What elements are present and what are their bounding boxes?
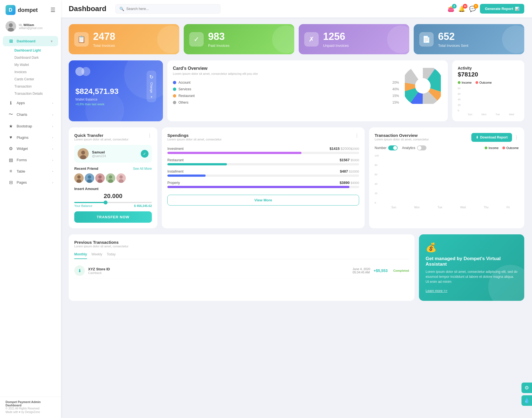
quick-transfer-title: Quick Transfer xyxy=(74,133,129,138)
sidebar-item-forms[interactable]: ▤ Forms › xyxy=(3,155,58,165)
income-dot-tov xyxy=(485,147,487,149)
spendings-desc: Lorem ipsum dolor sit amet, consectetur xyxy=(167,138,222,141)
pt-tab-today[interactable]: Today xyxy=(107,252,116,259)
wallet-icon-btn[interactable]: 👛 2 xyxy=(447,6,454,12)
logo-text: dompet xyxy=(18,7,38,13)
qt-person-avatar xyxy=(78,148,89,159)
download-report-button[interactable]: ⬇ Download Report xyxy=(471,133,512,142)
qt-person-handle: @sam224 xyxy=(92,154,106,158)
sidebar-sub-item-light[interactable]: Dashboard Light xyxy=(14,47,61,54)
sidebar-item-pages[interactable]: ⊟ Pages › xyxy=(3,177,58,188)
sidebar-item-apps[interactable]: ℹ Apps › xyxy=(3,98,58,108)
sidebar-logo: D dompet ☰ xyxy=(0,0,61,18)
chevron-right-icon-4: › xyxy=(52,136,53,139)
bar-chart-icon: 📊 xyxy=(515,7,519,11)
quick-transfer-more-icon[interactable]: ⋮ xyxy=(147,133,152,138)
view-more-button[interactable]: View More xyxy=(167,195,359,206)
sidebar-sub-item-invoices[interactable]: Invoices xyxy=(14,68,61,76)
friend-avatar-2[interactable] xyxy=(85,173,94,183)
stat-card-total-invoices: 📋 2478 Total Invoices xyxy=(69,24,179,54)
paid-invoices-label: Paid Invoices xyxy=(208,43,229,48)
sidebar-item-table[interactable]: ≡ Table › xyxy=(3,166,58,176)
friend-avatar-5[interactable] xyxy=(116,173,126,183)
account-dot xyxy=(173,81,176,84)
theme-float-button[interactable]: 💧 xyxy=(521,395,532,406)
transfer-now-button[interactable]: TRANSFER NOW xyxy=(74,211,152,223)
qt-recent-label: Recent Friend xyxy=(74,166,98,171)
qt-slider[interactable] xyxy=(74,202,152,203)
chevron-right-icon-2: › xyxy=(52,113,53,116)
overview-row-account: Account 20% xyxy=(173,79,399,86)
va-title: Get managed by Dompet's Virtual Assistan… xyxy=(426,256,518,267)
sidebar-sub-item-wallet[interactable]: My Wallet xyxy=(14,61,61,68)
va-learn-more-link[interactable]: Learn more >> xyxy=(426,289,447,293)
friend-avatar-1[interactable] xyxy=(74,173,84,183)
others-dot xyxy=(173,101,176,104)
copyright: © 2021 All Rights Reserved xyxy=(6,407,55,410)
pt-item-date: June 4, 2020 05:34:45 AM xyxy=(353,267,370,274)
pt-tab-weekly[interactable]: Weekly xyxy=(91,252,102,259)
svg-point-12 xyxy=(77,175,81,179)
middle-row: $824,571.93 Wallet Balance +0,8% than la… xyxy=(69,60,524,121)
outcome-dot-tov xyxy=(502,147,505,149)
sidebar-item-plugins[interactable]: ♥ Plugins › xyxy=(3,132,58,142)
sp-vals-installment: $487 $10000 xyxy=(340,169,359,173)
sp-label-property: Property xyxy=(167,181,180,185)
friend-avatar-3[interactable] xyxy=(95,173,105,183)
table-icon: ≡ xyxy=(8,169,14,174)
sidebar-sub-item-transaction-details[interactable]: Transaction Details xyxy=(14,90,61,97)
sp-vals-restaurant: $1567 $5000 xyxy=(340,158,359,162)
sidebar-user: Hi, William william@gmail.com xyxy=(0,18,61,35)
qt-insert-label: Insert Amount xyxy=(74,187,152,191)
qt-balance-label: Your Balance xyxy=(74,204,92,207)
sidebar-item-label-apps: Apps xyxy=(17,101,25,105)
pie-chart-svg xyxy=(405,68,441,104)
number-toggle-switch[interactable] xyxy=(388,145,398,150)
sidebar-sub-item-cards[interactable]: Cards Center xyxy=(14,76,61,83)
spendings-title: Spendings xyxy=(167,133,222,138)
sidebar-item-dashboard[interactable]: ⊞ Dashboard ▼ xyxy=(3,36,58,46)
avatar xyxy=(6,21,16,32)
pt-tab-monthly[interactable]: Monthly xyxy=(74,252,87,259)
made-by: Made with ♥ by DesignZone xyxy=(6,411,55,414)
analytics-toggle-switch[interactable] xyxy=(417,145,426,150)
dashboard-icon: ⊞ xyxy=(8,39,14,44)
hamburger-icon[interactable]: ☰ xyxy=(50,7,55,13)
pt-item-sub: Cashback xyxy=(88,271,349,275)
activity-title: Activity xyxy=(458,66,519,70)
qt-balance-row: Your Balance $ 456,345.62 xyxy=(74,204,152,207)
pie-chart xyxy=(403,66,442,106)
bell-icon-btn[interactable]: 🔔 12 xyxy=(458,6,465,12)
overview-row-others: Others 15% xyxy=(173,99,399,106)
sp-bar-bg-property xyxy=(167,186,359,188)
sidebar-sub-item-dark[interactable]: Dashboard Dark xyxy=(14,54,61,61)
settings-float-button[interactable]: ⚙ xyxy=(521,383,532,393)
total-invoices-label: Total Invoices xyxy=(93,43,115,48)
paid-invoices-info: 983 Paid Invoices xyxy=(208,31,229,48)
search-input[interactable] xyxy=(126,7,216,11)
topbar-icons: 👛 2 🔔 12 💬 5 Generate Report 📊 xyxy=(447,4,524,14)
spendings-more-icon[interactable]: ⋮ xyxy=(355,133,359,138)
tov-more-icon[interactable]: ⋮ xyxy=(514,135,519,140)
chevron-right-icon-7: › xyxy=(52,170,53,173)
friend-avatar-4[interactable] xyxy=(106,173,115,183)
sidebar-item-charts[interactable]: 〜 Charts › xyxy=(3,109,58,120)
view-more-label: View More xyxy=(254,198,272,202)
bottom-row-1: Quick Transfer Lorem ipsum dolor sit ame… xyxy=(69,127,524,228)
overview-title: Card's Overview xyxy=(173,66,399,71)
sidebar-item-bootstrap[interactable]: ★ Bootstrap › xyxy=(3,121,58,131)
qt-see-all-link[interactable]: See All More xyxy=(133,167,152,171)
generate-report-button[interactable]: Generate Report 📊 xyxy=(480,4,524,14)
chevron-right-icon-8: › xyxy=(52,181,53,184)
sidebar-item-widget[interactable]: ⚙ Widget › xyxy=(3,143,58,154)
activity-amount: $78120 xyxy=(458,71,519,78)
chat-icon-btn[interactable]: 💬 5 xyxy=(469,6,476,12)
user-email: william@gmail.com xyxy=(19,27,43,30)
wallet-card: $824,571.93 Wallet Balance +0,8% than la… xyxy=(69,60,163,121)
svg-point-24 xyxy=(119,175,123,179)
sidebar-sub-item-transaction[interactable]: Transaction xyxy=(14,83,61,90)
prev-transactions-card: Previous Transactions Lorem ipsum dolor … xyxy=(69,234,415,301)
pt-desc: Lorem ipsum dolor sit amet, consectetur xyxy=(74,245,129,248)
restaurant-label: Restaurant xyxy=(178,94,195,98)
tov-y-axis: 100806040200 xyxy=(375,154,379,204)
